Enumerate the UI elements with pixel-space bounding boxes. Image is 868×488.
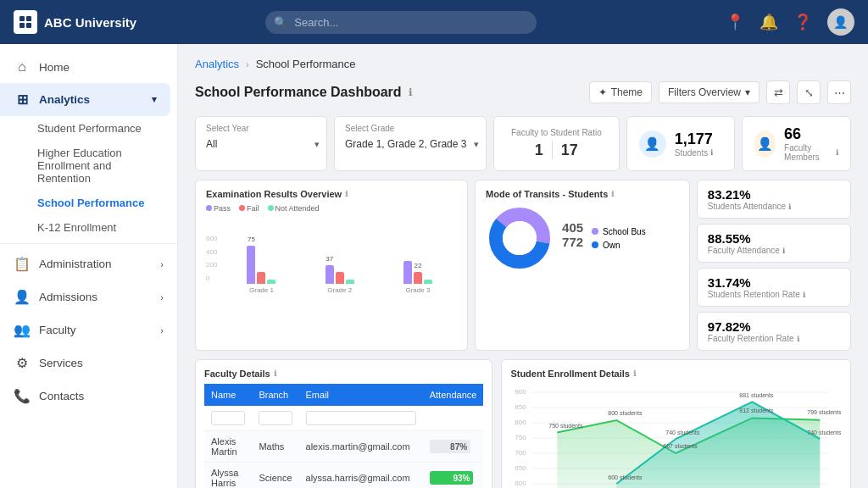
legend-bus: School Bus — [592, 227, 646, 236]
faculty-table-title: Faculty Details ℹ — [204, 369, 483, 379]
sidebar-item-label: Analytics — [39, 93, 90, 106]
svg-text:750 students: 750 students — [549, 423, 584, 429]
students-stat-card: 👤 1,177 Students ℹ — [626, 116, 736, 171]
grade2-pass-bar: 37 — [326, 265, 334, 284]
students-avatar: 👤 — [639, 130, 666, 158]
sidebar-subitem-k12[interactable]: K-12 Enrollment — [37, 215, 177, 240]
students-value: 1,177 — [675, 130, 713, 148]
sidebar-item-admissions[interactable]: 👤 Admissions › — [0, 280, 177, 313]
grade2-absent-bar — [346, 280, 354, 284]
analytics-icon: ⊞ — [14, 92, 31, 108]
info-small4: ℹ — [797, 335, 799, 343]
sidebar-item-administration[interactable]: 📋 Administration › — [0, 247, 177, 280]
bus-dot — [592, 228, 598, 235]
grade2-label: Grade 2 — [327, 286, 352, 294]
sidebar: ⌂ Home ⊞ Analytics ▾ Student Performance… — [0, 44, 178, 488]
donut-labels: 405 772 — [562, 220, 583, 256]
dashboard-title: School Performance Dashboard — [195, 85, 402, 100]
filters-label: Filters Overview — [668, 86, 741, 98]
sidebar-item-faculty[interactable]: 👥 Faculty › — [0, 313, 177, 347]
expand-icon: ⤡ — [804, 86, 814, 99]
more-button[interactable]: ⋯ — [827, 80, 851, 104]
faculty-data-table: Name Branch Email Attendance — [204, 384, 483, 488]
branch-filter-input[interactable] — [259, 411, 292, 425]
ratio-students: 17 — [561, 141, 578, 159]
share-button[interactable]: ⇄ — [766, 80, 790, 104]
sidebar-subitem-student-perf[interactable]: Student Performance — [37, 116, 177, 141]
top-navigation: ABC University 🔍 📍 🔔 ❓ 👤 — [0, 0, 868, 44]
svg-text:740 students: 740 students — [666, 430, 701, 435]
grade-select[interactable]: Grade 1, Grade 2, Grade 3 — [345, 138, 467, 150]
info-icon-small2: ℹ — [836, 148, 838, 157]
donut-label-right: 772 — [562, 235, 583, 249]
logo-area: ABC University — [14, 10, 166, 34]
table-body: Alexis Martin Maths alexis.martin@gmail.… — [204, 406, 483, 488]
table-row: Alyssa Harris Science alyssa.harris@gmai… — [204, 463, 483, 489]
faculty-value: 66 — [784, 125, 838, 143]
location-icon[interactable]: 📍 — [726, 13, 744, 31]
grade1-group: 75 Grade 1 — [222, 225, 300, 294]
ratio-card: Faculty to Student Ratio 1 17 — [493, 116, 620, 171]
sidebar-item-analytics[interactable]: ⊞ Analytics ▾ — [0, 83, 170, 116]
students-attendance-card: 83.21% Students Attendance ℹ — [697, 180, 851, 219]
year-select[interactable]: All 20192020202120222023 — [206, 138, 316, 150]
main-content: Analytics › School Performance School Pe… — [178, 44, 868, 488]
search-input[interactable] — [265, 11, 537, 34]
pct-cards-col: 83.21% Students Attendance ℹ 88.55% Facu… — [697, 180, 851, 351]
share-icon: ⇄ — [774, 86, 783, 99]
breadcrumb-parent[interactable]: Analytics — [195, 58, 239, 70]
faculty-att-label: Faculty Attendance ℹ — [708, 246, 840, 255]
exam-legend: Pass Fail Not Attended — [206, 204, 457, 213]
theme-button[interactable]: ✦ Theme — [589, 81, 652, 103]
svg-text:740 students: 740 students — [808, 430, 843, 435]
faculty-table-card: Faculty Details ℹ Name Branch Email Atte… — [195, 359, 492, 488]
avatar[interactable]: 👤 — [827, 8, 854, 36]
sidebar-item-services[interactable]: ⚙ Services — [0, 347, 177, 380]
breadcrumb-current: School Performance — [256, 58, 356, 70]
donut-legend: School Bus Own — [592, 227, 646, 250]
cell-branch: Maths — [252, 431, 298, 463]
svg-text:650: 650 — [515, 464, 527, 472]
chevron-down-icon: ▾ — [745, 86, 750, 98]
grade-filter: Select Grade Grade 1, Grade 2, Grade 3 — [334, 116, 487, 171]
donut-chart-card: Mode of Transits - Students ℹ 405 772 — [475, 180, 690, 351]
sidebar-subitem-higher-ed[interactable]: Higher Education Enrollment and Rententi… — [37, 141, 177, 191]
app-name: ABC University — [44, 15, 136, 30]
chevron-right-icon: › — [160, 325, 164, 336]
sidebar-item-label: Administration — [39, 258, 112, 270]
grade3-fail-bar: 22 — [414, 272, 422, 284]
legend-pass: Pass — [206, 204, 231, 213]
filter-row — [204, 406, 483, 431]
students-label: Students ℹ — [675, 148, 713, 158]
grade2-fail-bar — [336, 272, 344, 284]
legend-own: Own — [592, 241, 646, 250]
fac-ret-label: Faculty Retention Rate ℹ — [708, 334, 840, 343]
enrollment-title: Student Enrollment Details ℹ — [510, 369, 842, 379]
filters-button[interactable]: Filters Overview ▾ — [659, 81, 760, 103]
sidebar-item-home[interactable]: ⌂ Home — [0, 51, 177, 83]
email-filter-input[interactable] — [306, 411, 416, 425]
info-small2: ℹ — [782, 247, 785, 255]
sidebar-item-contacts[interactable]: 📞 Contacts — [0, 380, 177, 413]
svg-point-6 — [503, 221, 537, 255]
bell-icon[interactable]: 🔔 — [760, 13, 778, 31]
sidebar-item-label: Faculty — [39, 324, 76, 336]
donut-info-icon: ℹ — [611, 190, 614, 198]
ratio-faculty: 1 — [535, 141, 543, 159]
expand-button[interactable]: ⤡ — [797, 80, 821, 104]
info-small: ℹ — [788, 202, 791, 211]
name-filter-input[interactable] — [211, 411, 245, 425]
sidebar-item-label: Admissions — [39, 291, 97, 303]
faculty-icon: 👥 — [14, 322, 31, 338]
donut-title: Mode of Transits - Students ℹ — [486, 189, 679, 199]
ratio-label: Faculty to Student Ratio — [511, 128, 602, 137]
analytics-subnav: Student Performance Higher Education Enr… — [0, 116, 177, 240]
svg-text:799 students: 799 students — [808, 409, 843, 415]
help-icon[interactable]: ❓ — [793, 13, 812, 31]
grade1-absent-bar — [267, 280, 275, 284]
cell-email: alexis.martin@gmail.com — [299, 431, 423, 463]
grade3-pass-bar — [403, 261, 412, 284]
grade3-label: Grade 3 — [405, 286, 430, 294]
sidebar-subitem-school-perf[interactable]: School Performance — [37, 191, 177, 215]
search-container: 🔍 — [265, 11, 537, 34]
